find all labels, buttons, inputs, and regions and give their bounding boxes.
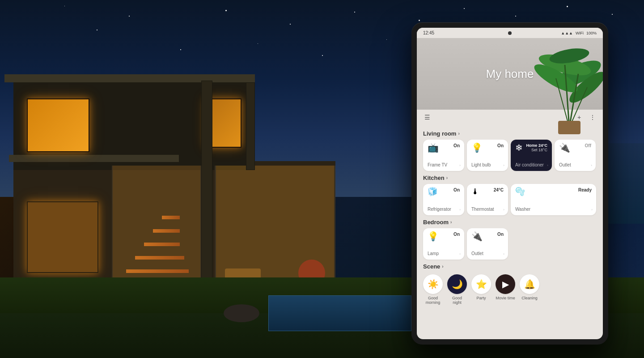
status-icons: ▲▲▲ WiFi 100% [561, 31, 597, 35]
scene-movie-time[interactable]: ▶ Movie time [496, 274, 515, 305]
svg-rect-9 [558, 121, 580, 134]
content-area: Living room › 📺 On Frame TV › [417, 125, 603, 333]
washer-chevron: › [591, 208, 593, 212]
section-scene[interactable]: Scene › [423, 263, 597, 270]
pool [268, 295, 411, 331]
ac-name: Air conditioner [515, 162, 547, 167]
tablet-screen: 12:45 ▲▲▲ WiFi 100% [417, 28, 603, 339]
ac-status-block: Home 24°C Set 18°C [526, 143, 547, 152]
card-top: ❄ Home 24°C Set 18°C [515, 143, 547, 152]
frame-tv-name: Frame TV [428, 162, 460, 167]
signal-icon: ▲▲▲ [561, 31, 573, 35]
scene-party[interactable]: ⭐ Party [471, 274, 491, 305]
device-card-ac[interactable]: ❄ Home 24°C Set 18°C Air conditioner › [511, 140, 552, 171]
refrigerator-icon: 🧊 [428, 188, 437, 196]
card-top: 🔌 On [471, 232, 504, 241]
thermostat-name: Thermostat [471, 207, 504, 212]
device-card-frame-tv[interactable]: 📺 On Frame TV › [423, 140, 464, 171]
lamp-icon: 💡 [428, 232, 439, 241]
scene-good-night[interactable]: 🌙 Goodnight [447, 274, 467, 305]
ac-chevron: › [547, 163, 548, 167]
device-card-thermostat[interactable]: 🌡 24°C Thermostat › [467, 184, 508, 215]
scene-label: Scene [423, 263, 440, 270]
lamp-name: Lamp [428, 251, 460, 256]
card-top: 🧊 On [428, 188, 460, 196]
frame-tv-icon: 📺 [428, 143, 439, 152]
ac-status-line2: Set 18°C [526, 148, 547, 152]
thermostat-status: 24°C [494, 188, 504, 192]
light-bulb-icon: 💡 [471, 143, 483, 152]
outlet-br-name: Outlet [471, 251, 504, 256]
tablet-device: 12:45 ▲▲▲ WiFi 100% [411, 22, 608, 345]
kitchen-label: Kitchen [423, 175, 445, 181]
washer-icon: 🫧 [515, 188, 525, 196]
scene-good-morning[interactable]: ☀️ Goodmorning [423, 274, 443, 305]
bedroom-grid: 💡 On Lamp › 🔌 On Outlet › [423, 228, 597, 260]
frame-tv-chevron: › [459, 163, 461, 167]
frame-tv-status: On [453, 143, 460, 148]
good-morning-label: Goodmorning [426, 296, 441, 305]
section-kitchen[interactable]: Kitchen › [423, 175, 597, 181]
cleaning-label: Cleaning [521, 296, 538, 300]
menu-icon[interactable]: ☰ [423, 113, 431, 121]
movie-time-icon: ▶ [502, 279, 509, 290]
card-top: 🔌 Off [559, 143, 591, 152]
card-top: 📺 On [428, 143, 460, 152]
device-card-refrigerator[interactable]: 🧊 On Refrigerator › [423, 184, 464, 215]
house-structure [13, 81, 349, 295]
washer-status: Ready [578, 188, 592, 192]
movie-time-label: Movie time [496, 296, 515, 300]
outlet-lr-status: Off [585, 143, 591, 148]
outlet-br-chevron: › [503, 252, 504, 256]
lamp-status: On [453, 232, 460, 237]
party-label: Party [476, 296, 486, 300]
section-bedroom[interactable]: Bedroom › [423, 219, 597, 226]
living-room-chevron: › [458, 131, 459, 136]
good-night-icon: 🌙 [452, 279, 463, 290]
good-night-icon-circle: 🌙 [447, 274, 467, 294]
outlet-br-status: On [497, 232, 504, 237]
washer-name: Washer [515, 207, 592, 212]
device-card-washer[interactable]: 🫧 Ready Washer › [511, 184, 596, 215]
bedroom-label: Bedroom [423, 219, 449, 226]
time-display: 12:45 [423, 30, 434, 35]
card-top: 💡 On [428, 232, 460, 241]
device-card-outlet-lr[interactable]: 🔌 Off Outlet › [555, 140, 596, 171]
outlet-lr-chevron: › [591, 163, 592, 167]
outlet-lr-icon: 🔌 [559, 143, 570, 152]
good-night-label: Goodnight [452, 296, 462, 305]
kitchen-chevron: › [446, 175, 448, 180]
device-card-outlet-br[interactable]: 🔌 On Outlet › [467, 228, 508, 260]
bedroom-chevron: › [450, 220, 452, 225]
card-top: 🌡 24°C [471, 188, 504, 196]
refrigerator-name: Refrigerator [428, 207, 460, 212]
refrigerator-status: On [453, 188, 460, 192]
scene-chevron: › [442, 264, 443, 269]
movie-time-icon-circle: ▶ [496, 274, 515, 294]
tablet-frame: 12:45 ▲▲▲ WiFi 100% [411, 22, 608, 345]
plant-svg [525, 38, 603, 136]
ac-status-line1: Home 24°C [526, 143, 547, 148]
ac-icon: ❄ [515, 143, 523, 152]
good-morning-icon: ☀️ [428, 279, 439, 290]
wifi-icon: WiFi [576, 31, 584, 35]
thermostat-chevron: › [503, 208, 504, 212]
card-top: 🫧 Ready [515, 188, 592, 196]
bottom-spacer [423, 307, 597, 315]
cleaning-icon-circle: 🔔 [520, 274, 539, 294]
device-card-light-bulb[interactable]: 💡 On Light bulb › [467, 140, 508, 171]
living-room-label: Living room [423, 130, 456, 137]
light-bulb-status: On [497, 143, 504, 148]
cleaning-icon: 🔔 [524, 279, 535, 290]
light-bulb-chevron: › [503, 163, 504, 167]
thermostat-icon: 🌡 [471, 188, 479, 196]
scene-cleaning[interactable]: 🔔 Cleaning [520, 274, 539, 305]
outlet-lr-name: Outlet [559, 162, 591, 167]
kitchen-grid: 🧊 On Refrigerator › 🌡 24°C Thermostat [423, 184, 597, 215]
battery-icon: 100% [586, 31, 597, 35]
outlet-br-icon: 🔌 [471, 232, 483, 241]
lamp-chevron: › [459, 252, 461, 256]
card-top: 💡 On [471, 143, 504, 152]
rock [224, 304, 259, 322]
device-card-lamp[interactable]: 💡 On Lamp › [423, 228, 464, 260]
